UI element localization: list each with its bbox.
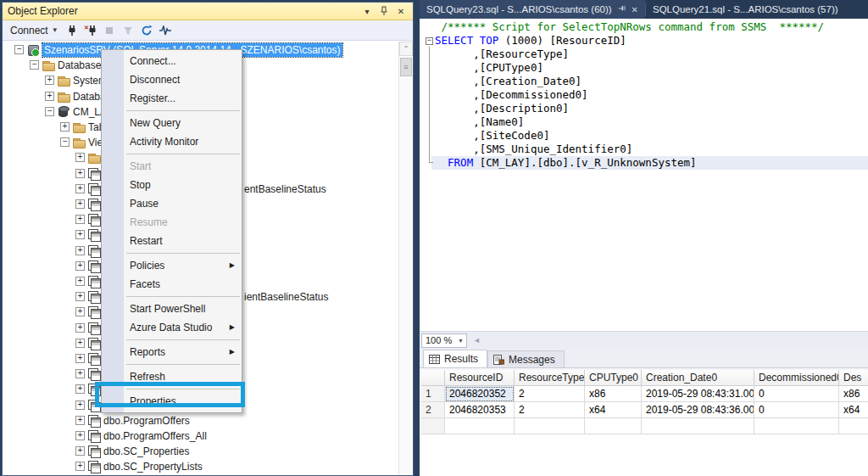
- menu-item-policies[interactable]: Policies▶: [102, 256, 242, 275]
- tree-row[interactable]: +dbo.ProgramOffers: [3, 413, 398, 428]
- expand-icon[interactable]: +: [75, 462, 85, 471]
- grid-header-cell[interactable]: Decommissioned0: [754, 370, 839, 386]
- grid-cell[interactable]: 1: [421, 386, 445, 402]
- grid-cell[interactable]: [585, 418, 642, 434]
- expand-icon[interactable]: +: [75, 431, 85, 440]
- grid-cell[interactable]: [515, 418, 585, 434]
- tree-item-label[interactable]: Databases: [58, 59, 106, 72]
- grid-cell[interactable]: 2019-05-29 08:43:31.000: [642, 386, 754, 402]
- menu-item-stop[interactable]: Stop: [102, 176, 242, 194]
- tree-item-label[interactable]: dbo.SC_PropertyLists: [103, 460, 203, 473]
- menu-item-register[interactable]: Register...: [102, 89, 242, 108]
- grid-header-cell[interactable]: [421, 370, 445, 386]
- grid-cell[interactable]: 2046820353: [445, 402, 515, 418]
- tree-row[interactable]: +dbo.SC_Properties: [3, 444, 398, 459]
- activity-monitor-icon[interactable]: [157, 23, 174, 38]
- grid-cell[interactable]: x86: [839, 386, 868, 402]
- grid-header-cell[interactable]: ResourceType: [515, 370, 585, 386]
- document-tab[interactable]: SQLQuery23.sql - S...ARIOS\csantos (60))…: [420, 0, 645, 19]
- expand-icon[interactable]: +: [75, 230, 85, 239]
- pin-icon[interactable]: [618, 5, 626, 14]
- grid-cell[interactable]: x64: [839, 402, 868, 418]
- collapse-icon[interactable]: −: [60, 137, 70, 147]
- menu-item-connect[interactable]: Connect...: [102, 52, 242, 70]
- expand-icon[interactable]: +: [75, 261, 85, 271]
- expand-icon[interactable]: +: [75, 369, 85, 378]
- grid-header-cell[interactable]: CPUType0: [585, 370, 642, 386]
- menu-item-disconnect[interactable]: Disconnect: [102, 70, 242, 89]
- expand-icon[interactable]: +: [75, 277, 85, 286]
- grid-cell[interactable]: x64: [585, 402, 642, 418]
- expand-icon[interactable]: +: [75, 323, 85, 333]
- sql-editor[interactable]: − /****** Script for SelectTopNRows comm…: [420, 19, 868, 331]
- menu-item-reports[interactable]: Reports▶: [102, 343, 242, 361]
- expand-icon[interactable]: +: [75, 384, 85, 394]
- grid-cell[interactable]: 2019-05-29 08:43:36.000: [642, 402, 754, 418]
- zoom-level-combobox[interactable]: 100 % ▼: [421, 333, 467, 348]
- expand-icon[interactable]: +: [75, 184, 85, 193]
- menu-item-restart[interactable]: Restart: [102, 232, 242, 250]
- connect-plug-icon[interactable]: [64, 23, 81, 38]
- expand-icon[interactable]: +: [75, 339, 85, 348]
- grid-cell[interactable]: 0: [754, 386, 839, 402]
- grid-cell[interactable]: 2: [515, 402, 585, 418]
- grid-cell[interactable]: x86: [585, 386, 642, 402]
- expand-icon[interactable]: +: [45, 76, 54, 85]
- expand-icon[interactable]: +: [75, 169, 85, 178]
- document-tab[interactable]: SQLQuery21.sql - S...ARIOS\csantos (57)): [646, 0, 845, 19]
- grid-cell[interactable]: [445, 418, 515, 434]
- collapse-icon[interactable]: −: [45, 107, 54, 116]
- tree-item-label[interactable]: dbo.ProgramOffers: [103, 414, 190, 428]
- disconnect-plug-icon[interactable]: ✕: [82, 23, 99, 38]
- grid-cell[interactable]: 2: [421, 402, 445, 418]
- grid-header-cell[interactable]: Des: [839, 370, 868, 386]
- expand-icon[interactable]: +: [60, 122, 70, 132]
- pin-icon[interactable]: [377, 5, 391, 18]
- menu-item-activity-monitor[interactable]: Activity Monitor: [102, 132, 242, 151]
- refresh-icon[interactable]: [138, 23, 155, 38]
- menu-item-azure-data-studio[interactable]: Azure Data Studio▶: [102, 318, 242, 337]
- close-icon[interactable]: ✕: [632, 5, 638, 14]
- grid-cell[interactable]: 0: [754, 402, 839, 418]
- tree-vertical-scrollbar[interactable]: ⌃: [398, 42, 413, 475]
- grid-header-cell[interactable]: Creation_Date0: [642, 370, 754, 386]
- menu-item-new-query[interactable]: New Query: [102, 114, 242, 132]
- tree-item-label[interactable]: entBaselineStatus: [244, 182, 326, 196]
- collapse-icon[interactable]: −: [14, 45, 24, 54]
- filter-icon[interactable]: [120, 23, 136, 38]
- menu-item-start-powershell[interactable]: Start PowerShell: [102, 300, 242, 318]
- grid-cell[interactable]: [421, 418, 445, 434]
- expand-icon[interactable]: +: [75, 307, 85, 316]
- collapse-region-icon[interactable]: −: [426, 37, 433, 45]
- expand-icon[interactable]: +: [75, 354, 85, 363]
- collapse-icon[interactable]: −: [30, 60, 39, 70]
- connect-button[interactable]: Connect ▼: [7, 23, 62, 38]
- tree-item-label[interactable]: ientBaselineStatus: [244, 290, 328, 304]
- tab-results[interactable]: Results: [423, 350, 487, 367]
- expand-icon[interactable]: +: [75, 199, 85, 209]
- expand-icon[interactable]: +: [75, 292, 85, 301]
- tree-item-label[interactable]: dbo.SC_Properties: [103, 445, 189, 458]
- scroll-left-icon[interactable]: ◄: [470, 336, 483, 344]
- expand-icon[interactable]: +: [75, 153, 85, 162]
- expand-icon[interactable]: +: [75, 446, 85, 456]
- grid-cell[interactable]: 2: [515, 386, 585, 402]
- expand-icon[interactable]: +: [75, 215, 85, 224]
- menu-item-facets[interactable]: Facets: [102, 275, 242, 294]
- stop-icon[interactable]: [101, 23, 118, 38]
- expand-icon[interactable]: +: [75, 246, 85, 255]
- expand-icon[interactable]: +: [75, 416, 85, 425]
- tree-item-label[interactable]: dbo.ProgramOffers_All: [103, 429, 207, 443]
- close-icon[interactable]: ✕: [394, 5, 408, 18]
- grid-header-cell[interactable]: ResourceID: [445, 370, 515, 386]
- grid-cell[interactable]: [642, 418, 754, 434]
- scrollbar-thumb[interactable]: [400, 58, 412, 76]
- menu-item-pause[interactable]: Pause: [102, 194, 242, 213]
- window-menu-icon[interactable]: ▾: [360, 5, 374, 18]
- grid-cell[interactable]: 2046820352: [445, 386, 515, 402]
- expand-icon[interactable]: +: [75, 400, 85, 410]
- tree-row[interactable]: +dbo.SC_PropertyLists: [3, 459, 398, 474]
- scroll-up-icon[interactable]: ⌃: [399, 42, 413, 56]
- expand-icon[interactable]: +: [45, 92, 54, 101]
- tab-messages[interactable]: Messages: [487, 350, 565, 367]
